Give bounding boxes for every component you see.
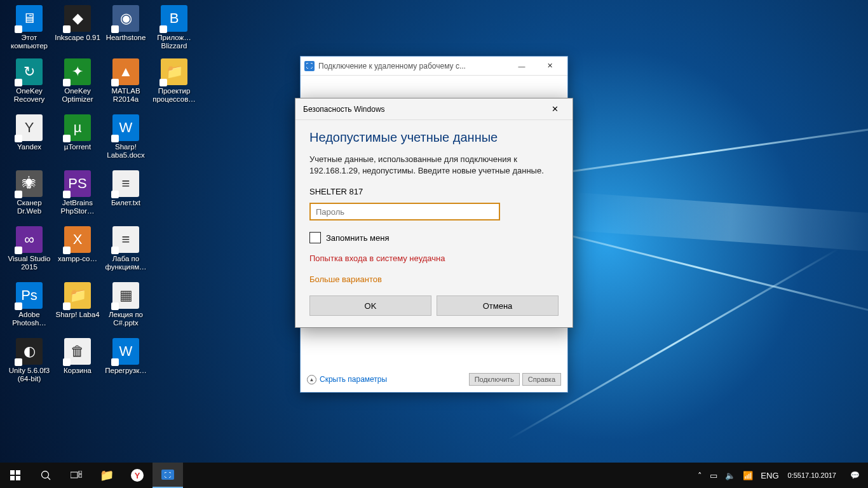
notification-icon: 💬 [850, 471, 860, 480]
connect-button[interactable]: Подключить [469, 373, 520, 386]
desktop-icon-label: Лаба по функциям… [103, 255, 149, 271]
desktop-icon[interactable]: 📁Проектир процессов… [151, 58, 197, 104]
tray-chevron[interactable]: ˄ [694, 463, 706, 488]
taskbar-app-rdp[interactable]: ⛶ [153, 463, 183, 488]
desktop-icon[interactable]: PSJetBrains PhpStor… [55, 170, 100, 215]
desktop-icon[interactable]: 📁Sharp! Laba4 [55, 282, 100, 319]
desktop-icon[interactable]: 🖥Этот компьютер [6, 5, 52, 50]
svg-point-4 [41, 471, 48, 478]
credential-titlebar[interactable]: Безопасность Windows ✕ [295, 98, 573, 120]
svg-rect-0 [10, 470, 15, 475]
app-icon: ◉ [112, 5, 139, 32]
hide-params-link[interactable]: ▲ Скрыть параметры [307, 375, 387, 384]
clock-time: 0:55 [788, 471, 801, 480]
desktop-icon[interactable]: ≡Билет.txt [103, 170, 149, 207]
action-center-button[interactable]: 💬 [841, 463, 868, 488]
desktop-icon-label: Лекция по C#.pptx [103, 311, 149, 327]
rdp-icon: ⛶ [161, 470, 174, 480]
desktop-icon[interactable]: ✦OneKey Optimizer [55, 58, 100, 104]
desktop-icon-label: OneKey Recovery [6, 87, 52, 104]
app-icon: 📁 [161, 58, 187, 85]
minimize-button[interactable]: — [508, 57, 536, 76]
clock-date: 17.10.2017 [801, 471, 836, 480]
app-icon: W [112, 114, 139, 141]
app-icon: ✦ [64, 58, 91, 85]
desktop-icon-label: Прилож… Blizzard [151, 34, 197, 50]
desktop-icon-label: Перегрузк… [103, 367, 149, 375]
ok-button[interactable]: OK [309, 295, 431, 316]
tray-volume[interactable]: 🔈 [721, 463, 739, 488]
app-icon: 🕷 [16, 170, 43, 197]
svg-rect-2 [10, 476, 15, 480]
desktop-icon[interactable]: ◆Inkscape 0.91 [55, 5, 100, 42]
chevron-up-icon: ˄ [698, 471, 702, 480]
remember-label: Запомнить меня [326, 233, 389, 243]
close-icon[interactable]: ✕ [545, 99, 565, 119]
task-view-button[interactable] [61, 463, 92, 488]
desktop-icon[interactable]: ∞Visual Studio 2015 [6, 226, 52, 271]
svg-rect-1 [16, 470, 20, 475]
desktop-icon-label: Adobe Photosh… [6, 311, 52, 327]
tray-battery[interactable]: ▭ [706, 463, 721, 488]
tray-clock[interactable]: 0:55 17.10.2017 [783, 463, 841, 488]
windows-icon [10, 470, 20, 480]
cancel-button[interactable]: Отмена [437, 295, 559, 316]
remember-checkbox[interactable] [309, 232, 321, 243]
desktop-icon[interactable]: PsAdobe Photosh… [6, 282, 52, 327]
desktop-icon[interactable]: Xxampp-co… [55, 226, 100, 263]
desktop-icon[interactable]: ◐Unity 5.6.0f3 (64-bit) [6, 338, 52, 383]
credential-message: Учетные данные, использованные для подкл… [309, 154, 559, 177]
tray-wifi[interactable]: 📶 [739, 463, 757, 488]
close-button[interactable]: ✕ [536, 57, 564, 76]
desktop-icon[interactable]: WSharp! Laba5.docx [103, 114, 149, 159]
taskbar-app-explorer[interactable]: 📁 [92, 463, 122, 488]
folder-icon: 📁 [100, 468, 114, 482]
app-icon: B [161, 5, 187, 32]
svg-rect-6 [71, 472, 78, 478]
desktop-icon-label: xampp-co… [55, 255, 100, 263]
tray-language[interactable]: ENG [757, 463, 782, 488]
desktop-icon[interactable]: 🗑Корзина [55, 338, 100, 375]
rdp-titlebar[interactable]: ⛶ Подключение к удаленному рабочему с...… [301, 57, 567, 76]
help-button[interactable]: Справка [522, 373, 561, 386]
yandex-icon: Y [131, 469, 144, 482]
desktop-icon[interactable]: ▲MATLAB R2014a [103, 58, 149, 104]
desktop-icon[interactable]: WПерегрузк… [103, 338, 149, 375]
desktop-icon-label: MATLAB R2014a [103, 87, 149, 104]
wifi-icon: 📶 [743, 471, 753, 480]
desktop-icon[interactable]: ▦Лекция по C#.pptx [103, 282, 149, 327]
svg-rect-7 [79, 471, 82, 473]
desktop-icon[interactable]: µµTorrent [55, 114, 100, 151]
desktop-icon-label: Sharp! Laba4 [55, 311, 100, 319]
taskbar-app-yandex[interactable]: Y [122, 463, 153, 488]
rdp-icon: ⛶ [304, 61, 315, 71]
app-icon: 📁 [64, 282, 91, 309]
taskview-icon [71, 471, 82, 480]
rdp-title-text: Подключение к удаленному рабочему с... [318, 62, 508, 71]
app-icon: X [64, 226, 91, 253]
desktop-icon[interactable]: ≡Лаба по функциям… [103, 226, 149, 271]
credential-heading: Недопустимые учетные данные [309, 130, 559, 145]
app-icon: ◐ [16, 338, 43, 365]
desktop-icon-label: Inkscape 0.91 [55, 34, 100, 42]
taskbar: 📁 Y ⛶ ˄ ▭ 🔈 📶 ENG 0:55 17.10.2017 💬 [0, 463, 868, 488]
desktop-icon[interactable]: YYandex [6, 114, 52, 151]
desktop-icon-label: JetBrains PhpStor… [55, 199, 100, 215]
desktop-icon-label: Unity 5.6.0f3 (64-bit) [6, 367, 52, 383]
app-icon: ≡ [112, 226, 139, 253]
desktop-icon[interactable]: ◉Hearthstone [103, 5, 149, 42]
more-options-link[interactable]: Больше вариантов [309, 274, 559, 284]
search-button[interactable] [31, 463, 61, 488]
desktop-icon-label: µTorrent [55, 143, 100, 151]
password-input[interactable] [309, 203, 500, 220]
desktop-icon-label: Билет.txt [103, 199, 149, 207]
app-icon: PS [64, 170, 91, 197]
app-icon: ↻ [16, 58, 43, 85]
desktop-icon-label: Visual Studio 2015 [6, 255, 52, 271]
start-button[interactable] [0, 463, 31, 488]
desktop-icon[interactable]: 🕷Сканер Dr.Web [6, 170, 52, 215]
desktop-icon[interactable]: ↻OneKey Recovery [6, 58, 52, 104]
credential-username: SHELTER 817 [309, 187, 559, 196]
desktop-icon[interactable]: BПрилож… Blizzard [151, 5, 197, 50]
credential-dialog: Безопасность Windows ✕ Недопустимые учет… [295, 98, 573, 328]
